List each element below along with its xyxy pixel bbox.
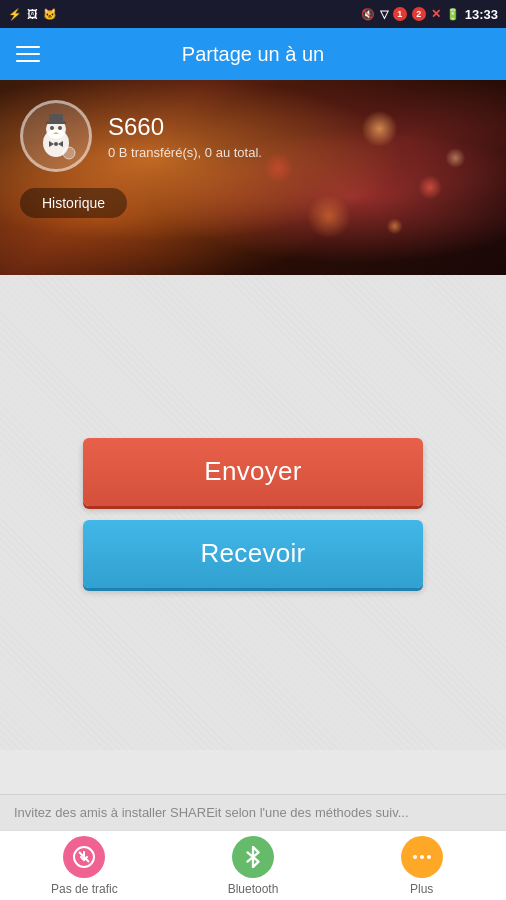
bluetooth-icon <box>232 836 274 878</box>
hamburger-line-3 <box>16 60 40 62</box>
image-icon: 🖼 <box>27 8 38 20</box>
svg-point-10 <box>63 147 75 159</box>
bluetooth-svg <box>242 846 264 868</box>
device-name: S660 <box>108 113 262 141</box>
more-icon <box>401 836 443 878</box>
profile-content: S660 0 B transféré(s), 0 au total. Histo… <box>0 80 506 234</box>
svg-point-15 <box>427 855 431 859</box>
nav-bluetooth-label: Bluetooth <box>228 882 279 896</box>
transfer-info: 0 B transféré(s), 0 au total. <box>108 145 262 160</box>
nav-item-plus[interactable]: Plus <box>337 836 506 896</box>
page-title: Partage un à un <box>60 43 446 66</box>
profile-info: S660 0 B transféré(s), 0 au total. <box>108 113 262 160</box>
nav-plus-label: Plus <box>410 882 433 896</box>
envoyer-button[interactable]: Envoyer <box>83 438 423 506</box>
status-right-icons: 🔇 ▽ 1 2 ✕ 🔋 13:33 <box>361 7 498 22</box>
avatar-svg <box>31 111 81 161</box>
svg-point-9 <box>54 142 58 146</box>
historique-button[interactable]: Historique <box>20 188 127 218</box>
battery-icon: 🔋 <box>446 8 460 21</box>
status-left-icons: ⚡ 🖼 🐱 <box>8 8 57 21</box>
svg-rect-3 <box>49 114 63 123</box>
status-bar: ⚡ 🖼 🐱 🔇 ▽ 1 2 ✕ 🔋 13:33 <box>0 0 506 28</box>
invite-bar: Invitez des amis à installer SHAREit sel… <box>0 794 506 830</box>
svg-point-5 <box>58 126 62 130</box>
cat-icon: 🐱 <box>43 8 57 21</box>
top-nav: Partage un à un <box>0 28 506 80</box>
main-content: Envoyer Recevoir <box>0 275 506 750</box>
clock: 13:33 <box>465 7 498 22</box>
nav-item-bluetooth[interactable]: Bluetooth <box>169 836 338 896</box>
hamburger-line-2 <box>16 53 40 55</box>
x-icon: ✕ <box>431 7 441 21</box>
bottom-nav: Pas de trafic Bluetooth Plus <box>0 830 506 900</box>
svg-point-4 <box>50 126 54 130</box>
svg-point-13 <box>413 855 417 859</box>
nav-item-trafic[interactable]: Pas de trafic <box>0 836 169 896</box>
mute-icon: 🔇 <box>361 8 375 21</box>
hamburger-menu-button[interactable] <box>16 46 40 62</box>
svg-point-14 <box>420 855 424 859</box>
recevoir-button[interactable]: Recevoir <box>83 520 423 588</box>
badge1: 1 <box>393 7 407 21</box>
signal-icon: ▽ <box>380 8 388 21</box>
nav-trafic-label: Pas de trafic <box>51 882 118 896</box>
avatar <box>20 100 92 172</box>
badge2: 2 <box>412 7 426 21</box>
invite-text: Invitez des amis à installer SHAREit sel… <box>14 805 409 820</box>
no-traffic-icon <box>63 836 105 878</box>
profile-row: S660 0 B transféré(s), 0 au total. <box>20 100 486 172</box>
hamburger-line-1 <box>16 46 40 48</box>
no-traffic-svg <box>72 845 96 869</box>
more-svg <box>410 845 434 869</box>
usb-icon: ⚡ <box>8 8 22 21</box>
hero-section: S660 0 B transféré(s), 0 au total. Histo… <box>0 80 506 275</box>
